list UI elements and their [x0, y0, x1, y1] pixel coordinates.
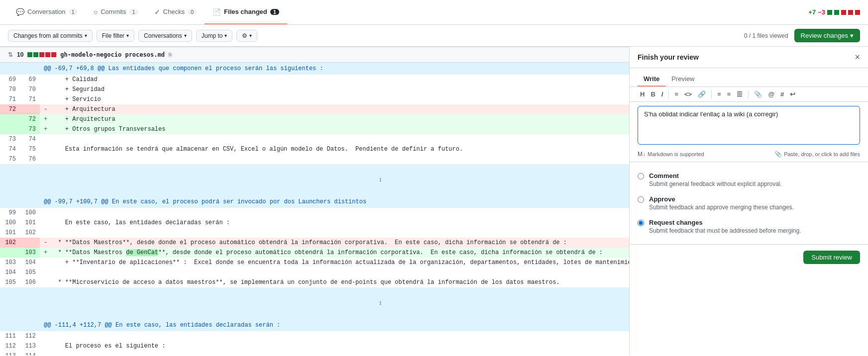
radio-request-changes[interactable] [638, 220, 644, 226]
review-panel: Finish your review × Write Preview H B I… [629, 47, 868, 356]
option-request-changes-label: Request changes [649, 219, 801, 226]
table-row: 101102 [0, 228, 629, 238]
fmt-sep-1 [668, 90, 669, 98]
format-heading-button[interactable]: H [638, 89, 647, 99]
main-content: ⇅ 10 gh-modelo-negocio procesos.md ⎘ @@ … [0, 47, 868, 356]
block-1 [27, 52, 32, 57]
editor-footer: Μ↓ Markdown is supported 📎 Paste, drop, … [630, 149, 868, 160]
option-comment-label: Comment [649, 172, 782, 179]
stat-plus: +7 [808, 8, 816, 16]
tab-conversation[interactable]: 💬 Conversation 1 [8, 0, 86, 24]
fmt-sep-2 [711, 90, 712, 98]
diff-blocks [27, 52, 56, 57]
option-request-changes-desc: Submit feedback that must be addressed b… [649, 227, 801, 234]
panel-footer: Submit review [630, 244, 868, 270]
table-row-add: 103 + * **Datos Maestros de GenCat**, de… [0, 248, 629, 258]
table-row: 104105 [0, 267, 629, 277]
format-attach-button[interactable]: 📎 [752, 89, 764, 99]
diff-toolbar: Changes from all commits ▾ File filter ▾… [0, 25, 868, 47]
panel-title: Finish your review [638, 53, 699, 61]
format-ordered-list-button[interactable]: ≡ [715, 89, 724, 99]
panel-header: Finish your review × [630, 47, 868, 68]
chevron-down-icon: ▾ [85, 33, 87, 38]
tab-preview[interactable]: Preview [665, 72, 700, 87]
review-textarea[interactable]: S'ha oblidat indicar l'enllaç a la wiki … [638, 106, 860, 145]
tab-checks-label: Checks [163, 8, 185, 15]
close-button[interactable]: × [855, 53, 860, 62]
option-approve-label: Approve [649, 195, 794, 203]
radio-comment[interactable] [638, 173, 644, 179]
option-approve-desc: Submit feedback and approve merging thes… [649, 204, 794, 211]
tab-files-changed[interactable]: 📄 Files changed 1 [205, 0, 287, 24]
table-row-add: 72 + + Arquitectura [0, 114, 629, 124]
file-filter-button[interactable]: File filter ▾ [97, 30, 134, 42]
commits-icon: ○ [94, 8, 98, 16]
expand-arrow-icon: ↕ [379, 177, 382, 183]
format-task-list-button[interactable]: ☰ [734, 89, 745, 99]
collapse-icon[interactable]: ⇅ [8, 51, 13, 58]
jump-to-button[interactable]: Jump to ▾ [196, 30, 233, 42]
files-viewed-label: 0 / 1 files viewed [744, 32, 788, 39]
format-unordered-list-button[interactable]: ≡ [725, 89, 734, 99]
format-italic-button[interactable]: I [659, 89, 666, 99]
conversations-button[interactable]: Conversations ▾ [138, 30, 192, 42]
stat-block-1 [827, 10, 832, 15]
changes-from-button[interactable]: Changes from all commits ▾ [8, 30, 93, 42]
table-row: 112113 El proceso es el siguiente : [0, 341, 629, 351]
format-quote-button[interactable]: ≡ [672, 89, 681, 99]
tab-checks[interactable]: ✓ Checks 0 [146, 0, 205, 24]
radio-approve[interactable] [638, 196, 644, 203]
jump-to-label: Jump to [202, 32, 223, 39]
tab-conversation-label: Conversation [27, 8, 66, 15]
table-row: 111112 [0, 331, 629, 341]
option-comment[interactable]: Comment Submit general feedback without … [638, 168, 860, 191]
table-row-del: 102 - * **Datos Maestros**, desde donde … [0, 238, 629, 248]
expand-row-2[interactable]: ↕ [0, 287, 629, 319]
toolbar-right: 0 / 1 files viewed Review changes ▾ [744, 29, 860, 42]
table-row: 113114 [0, 351, 629, 356]
stat-block-5 [855, 10, 860, 15]
tab-commits[interactable]: ○ Commits 1 [86, 0, 146, 24]
submit-review-button[interactable]: Submit review [803, 251, 860, 264]
settings-button[interactable]: ⚙ ▾ [236, 30, 257, 42]
table-row: 7475 Esta información se tendrá que alma… [0, 144, 629, 154]
block-2 [33, 52, 38, 57]
table-row: 6969 + Calidad [0, 75, 629, 85]
table-row: 7374 [0, 134, 629, 144]
conversations-label: Conversations [144, 32, 182, 39]
copy-icon[interactable]: ⎘ [169, 52, 172, 58]
format-ref-button[interactable]: # [778, 89, 786, 99]
option-approve[interactable]: Approve Submit feedback and approve merg… [638, 191, 860, 215]
format-undo-button[interactable]: ↩ [787, 89, 798, 99]
format-code-button[interactable]: <> [682, 89, 694, 99]
file-header: ⇅ 10 gh-modelo-negocio procesos.md ⎘ [0, 47, 629, 63]
table-row: 105106 * **Microservicio de acceso a dat… [0, 277, 629, 287]
chevron-down-icon-6: ▾ [850, 32, 854, 39]
hunk-header-3: @@ -111,4 +112,7 @@ En este caso, las en… [0, 319, 629, 331]
review-changes-button[interactable]: Review changes ▾ [794, 29, 860, 42]
diff-panel[interactable]: ⇅ 10 gh-modelo-negocio procesos.md ⎘ @@ … [0, 47, 629, 356]
stat-block-4 [848, 10, 853, 15]
expand-row[interactable]: ↕ [0, 164, 629, 196]
option-request-changes[interactable]: Request changes Submit feedback that mus… [638, 215, 860, 238]
attach-hint: 📎 Paste, drop, or click to add files [774, 151, 860, 158]
attach-hint-text: Paste, drop, or click to add files [784, 151, 860, 157]
tab-write[interactable]: Write [638, 72, 665, 87]
review-changes-label: Review changes [801, 32, 848, 39]
tab-conversation-badge: 1 [69, 9, 78, 15]
chevron-down-icon-5: ▾ [249, 33, 252, 38]
filename: gh-modelo-negocio procesos.md [60, 51, 165, 58]
checks-icon: ✓ [154, 8, 160, 16]
block-4 [45, 52, 50, 57]
tab-files-label: Files changed [224, 8, 267, 15]
format-link-button[interactable]: 🔗 [695, 89, 708, 99]
conversation-icon: 💬 [16, 8, 24, 16]
hunk-line-num-2 [20, 63, 40, 75]
files-icon: 📄 [213, 8, 221, 16]
format-mention-button[interactable]: @ [765, 89, 777, 99]
tab-commits-label: Commits [101, 8, 126, 15]
stat-minus: −3 [818, 8, 825, 16]
format-bold-button[interactable]: B [648, 89, 657, 99]
expand-arrow-icon-2: ↕ [379, 300, 382, 307]
top-nav: 💬 Conversation 1 ○ Commits 1 ✓ Checks 0 … [0, 0, 868, 25]
